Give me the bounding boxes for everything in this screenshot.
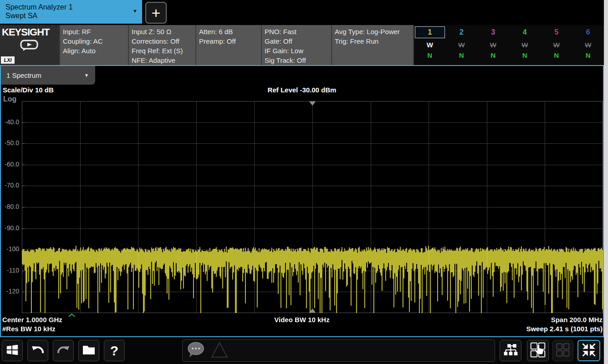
spectrum-trace-canvas[interactable] — [22, 101, 603, 313]
status-col-atten: Atten: 6 dB Preamp: Off — [195, 25, 261, 65]
y-axis-mode-label: Log — [3, 95, 16, 103]
trace-update[interactable]: N — [541, 51, 572, 62]
status-line: Align: Auto — [63, 46, 128, 56]
chevron-down-icon: ▼ — [84, 66, 89, 85]
collapse-arrows-icon — [581, 342, 597, 360]
fullscreen-toggle-button[interactable] — [577, 340, 600, 361]
y-tick-label: -120 — [0, 288, 19, 295]
trace-panel: 1 W N 2 W N 3 W N 4 W N 5 W N 6 W N — [414, 25, 604, 65]
status-line: Avg Type: Log-Power — [335, 27, 413, 36]
screen-arrow-icon — [20, 40, 38, 53]
folder-icon — [82, 343, 96, 359]
trace-number[interactable]: 2 — [447, 26, 477, 38]
res-bw-annotation[interactable]: #Res BW 10 kHz — [2, 325, 56, 333]
trace-cell-1[interactable]: 1 W N — [414, 26, 446, 65]
help-icon: ? — [110, 343, 118, 359]
status-line: Trig: Free Run — [335, 36, 413, 46]
brand-block: KEYSIGHT LXI — [0, 25, 59, 65]
status-line: Input Z: 50 Ω — [132, 27, 195, 36]
trace-type[interactable]: W — [446, 38, 478, 51]
trace-number[interactable]: 5 — [542, 26, 572, 38]
windows-icon — [5, 343, 19, 359]
undo-icon — [31, 343, 45, 359]
grid-view-button[interactable] — [552, 340, 573, 361]
trace-cell-2[interactable]: 2 W N — [446, 26, 478, 65]
plus-icon: + — [152, 4, 161, 22]
trace-type[interactable]: W — [541, 38, 572, 51]
status-line: IF Gain: Low — [265, 46, 331, 56]
status-line: Preamp: Off — [199, 36, 261, 46]
status-line: Corrections: Off — [132, 36, 195, 46]
sweep-annotation[interactable]: Sweep 2.41 s (1001 pts) — [526, 325, 603, 333]
tab-spectrum-analyzer-1[interactable]: Spectrum Analyzer 1 Swept SA ▼ — [0, 0, 142, 24]
trace-update[interactable]: N — [414, 51, 446, 62]
status-line: Coupling: AC — [63, 36, 128, 46]
add-tab-button[interactable]: + — [145, 2, 167, 24]
window-layout-button[interactable] — [500, 340, 521, 361]
video-bw-annotation[interactable]: Video BW 10 kHz — [0, 316, 604, 324]
ref-level-marker-icon[interactable] — [309, 101, 316, 106]
select-window-button[interactable] — [527, 340, 549, 361]
trace-type[interactable]: W — [414, 38, 446, 51]
y-tick-label: -70.0 — [0, 182, 19, 189]
help-button[interactable]: ? — [104, 340, 125, 361]
trace-type[interactable]: W — [477, 38, 509, 51]
status-col-input: Input: RF Coupling: AC Align: Auto — [59, 25, 128, 65]
ref-level-annotation[interactable]: Ref Level -30.00 dBm — [0, 86, 604, 94]
trace-update[interactable]: N — [446, 51, 478, 62]
trace-number[interactable]: 6 — [573, 26, 603, 38]
lxi-badge: LXI — [1, 56, 15, 64]
trace-number[interactable]: 4 — [510, 26, 540, 38]
redo-icon — [56, 343, 71, 359]
y-tick-label: -80.0 — [0, 203, 19, 210]
status-line: PNO: Fast — [265, 27, 331, 36]
message-panel[interactable] — [182, 339, 495, 362]
tab-dropdown-icon[interactable]: ▼ — [133, 8, 138, 14]
trace-update[interactable]: N — [509, 51, 541, 62]
windows-home-button[interactable] — [2, 340, 23, 361]
status-header: KEYSIGHT LXI Input: RF Coupling: AC Alig… — [0, 25, 604, 65]
trace-cell-3[interactable]: 3 W N — [477, 26, 509, 65]
redo-button[interactable] — [53, 340, 74, 361]
trace-update[interactable]: N — [572, 51, 604, 62]
status-line: Gate: Off — [265, 36, 331, 46]
tab-bar: Spectrum Analyzer 1 Swept SA ▼ + — [0, 0, 604, 25]
status-line: NFE: Adaptive — [132, 56, 195, 65]
y-tick-label: -100 — [0, 245, 19, 253]
tree-layout-icon — [503, 343, 518, 359]
file-button[interactable] — [78, 340, 99, 361]
ghost-triangle-icon — [210, 341, 229, 361]
tab-title: Spectrum Analyzer 1 — [5, 3, 138, 11]
measurement-selector-label: 1 Spectrum — [6, 71, 41, 79]
y-tick-label: -110 — [0, 267, 19, 274]
chat-ellipsis-icon — [186, 341, 205, 361]
undo-button[interactable] — [27, 340, 48, 361]
trace-type[interactable]: W — [509, 38, 541, 51]
status-col-avg: Avg Type: Log-Power Trig: Free Run — [331, 25, 414, 65]
span-annotation[interactable]: Span 200.0 MHz — [551, 316, 603, 324]
y-tick-label: -60.0 — [0, 161, 19, 168]
status-col-pno: PNO: Fast Gate: Off IF Gain: Low Sig Tra… — [261, 25, 331, 65]
trace-cell-4[interactable]: 4 W N — [509, 26, 541, 65]
y-tick-label: -50.0 — [0, 139, 19, 147]
y-tick-label: -40.0 — [0, 118, 19, 126]
trace-type[interactable]: W — [572, 38, 604, 51]
status-line: Atten: 6 dB — [199, 27, 261, 36]
trace-number[interactable]: 3 — [478, 26, 508, 38]
keysight-logo: KEYSIGHT — [0, 25, 59, 38]
center-freq-marker-icon — [309, 308, 316, 313]
tab-subtitle: Swept SA — [5, 11, 138, 20]
trace-cell-5[interactable]: 5 W N — [541, 26, 572, 65]
status-col-impedance: Input Z: 50 Ω Corrections: Off Freq Ref:… — [128, 25, 195, 65]
grid-touch-icon — [530, 342, 546, 360]
status-line: Input: RF — [63, 27, 128, 36]
trace-cell-6[interactable]: 6 W N — [572, 26, 604, 65]
measurement-selector[interactable]: 1 Spectrum ▼ — [1, 66, 95, 85]
y-tick-label: -90.0 — [0, 224, 19, 232]
trace-number[interactable]: 1 — [415, 26, 445, 38]
trace-update[interactable]: N — [477, 51, 509, 62]
status-line: Freq Ref: Ext (S) — [132, 46, 195, 56]
status-line: Sig Track: Off — [265, 56, 331, 65]
right-edge-scrollbar[interactable] — [604, 0, 608, 364]
grid-2x2-icon — [555, 342, 571, 359]
